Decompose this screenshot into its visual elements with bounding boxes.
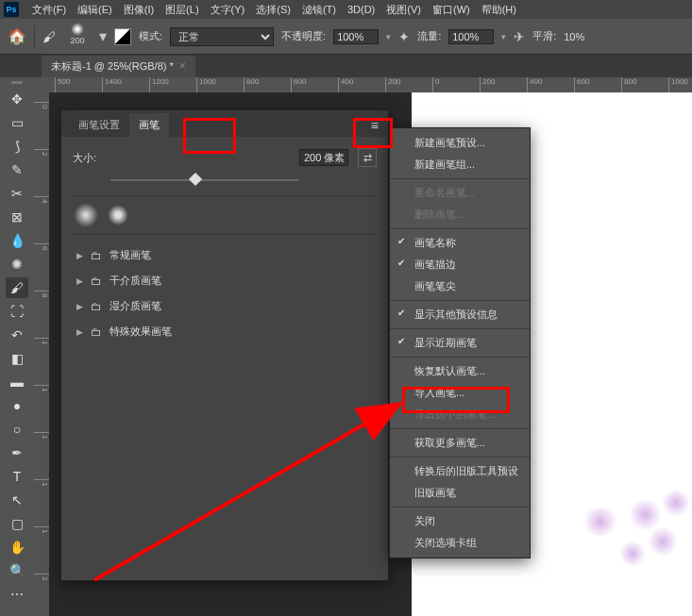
menu-filter[interactable]: 滤镜(T): [296, 3, 342, 17]
opacity-input[interactable]: [333, 29, 379, 44]
menu-show-other[interactable]: ✔显示其他预设信息: [390, 304, 530, 325]
mode-select[interactable]: 正常: [170, 27, 274, 46]
size-slider[interactable]: [110, 175, 299, 186]
pen-tool[interactable]: ✒: [6, 442, 28, 463]
menu-brush-name[interactable]: ✔画笔名称: [390, 232, 530, 254]
menu-file[interactable]: 文件(F): [26, 3, 72, 17]
brush-preview-thumb[interactable]: [105, 202, 131, 228]
size-input[interactable]: [299, 149, 348, 166]
ruler-tick: 1: [34, 385, 49, 391]
brush-panel: 画笔设置 画笔 ≡ 大小: ⇄ ▶🗀常规画笔 ▶🗀干介质画笔 ▶🗀湿介质画笔 ▶…: [60, 109, 389, 581]
check-icon: ✔: [397, 258, 405, 268]
ruler-tick: 4: [34, 196, 49, 203]
ruler-tick: 800: [621, 77, 636, 92]
ruler-tick: 6: [34, 243, 49, 250]
ruler-corner: [34, 77, 49, 92]
gradient-tool[interactable]: ▬: [6, 372, 28, 392]
brush-folder[interactable]: ▶🗀常规画笔: [73, 242, 377, 268]
frame-tool[interactable]: ⊠: [6, 207, 28, 227]
eraser-tool[interactable]: ◧: [6, 348, 28, 369]
ruler-tick: 1: [34, 432, 49, 439]
hand-tool[interactable]: ✋: [6, 537, 28, 558]
crop-tool[interactable]: ✂: [6, 183, 28, 204]
menu-edit[interactable]: 编辑(E): [72, 3, 118, 17]
separator: [390, 228, 530, 229]
brush-folder[interactable]: ▶🗀特殊效果画笔: [73, 319, 377, 344]
menu-convert-legacy[interactable]: 转换后的旧版工具预设: [390, 460, 530, 482]
tab-brush-settings[interactable]: 画笔设置: [69, 113, 129, 137]
menu-select[interactable]: 选择(S): [250, 3, 296, 17]
menu-restore-default[interactable]: 恢复默认画笔...: [390, 360, 530, 382]
tab-brush[interactable]: 画笔: [129, 113, 169, 137]
rectangle-tool[interactable]: ▢: [6, 513, 28, 534]
menu-close[interactable]: 关闭: [390, 510, 530, 532]
history-brush-tool[interactable]: ↶: [6, 325, 28, 345]
eyedropper-tool[interactable]: 💧: [6, 230, 28, 251]
menu-view[interactable]: 视图(V): [380, 3, 427, 17]
airbrush-icon[interactable]: ✈: [514, 29, 525, 44]
menu-new-group[interactable]: 新建画笔组...: [390, 154, 530, 175]
check-icon: ✔: [397, 336, 405, 346]
menu-layer[interactable]: 图层(L): [160, 3, 204, 17]
menu-help[interactable]: 帮助(H): [476, 3, 522, 17]
folder-icon: 🗀: [91, 300, 102, 313]
type-tool[interactable]: T: [6, 466, 28, 487]
separator: [390, 328, 530, 329]
menu-type[interactable]: 文字(Y): [205, 3, 251, 17]
path-select-tool[interactable]: ↖: [6, 490, 28, 510]
panel-menu-icon[interactable]: ≡: [367, 116, 382, 135]
brush-tool-icon[interactable]: 🖌: [42, 29, 56, 44]
swap-icon[interactable]: [114, 28, 131, 45]
menu-3d[interactable]: 3D(D): [342, 4, 380, 15]
more-tools[interactable]: ⋯: [6, 584, 28, 605]
folder-label: 湿介质画笔: [110, 299, 161, 313]
menu-legacy[interactable]: 旧版画笔: [390, 482, 530, 504]
menu-brush-tip[interactable]: 画笔笔尖: [390, 275, 530, 297]
chevron-down-icon[interactable]: ▾: [501, 32, 506, 42]
document-tab[interactable]: 未标题-1 @ 25%(RGB/8) * ×: [42, 56, 195, 77]
ruler-tick: 0: [432, 77, 439, 92]
brush-preview-thumb[interactable]: [73, 202, 99, 228]
brush-preview[interactable]: 200: [63, 23, 92, 51]
menu-window[interactable]: 窗口(W): [427, 3, 476, 17]
ruler-tick: 400: [527, 77, 542, 92]
menu-get-more[interactable]: 获取更多画笔...: [390, 432, 530, 454]
healing-tool[interactable]: ✺: [6, 254, 28, 275]
folder-icon: 🗀: [91, 275, 102, 288]
brush-panel-toggle-icon[interactable]: ▾: [99, 27, 107, 45]
separator: [390, 178, 530, 179]
lasso-tool[interactable]: ⟆: [6, 136, 28, 157]
close-icon[interactable]: ×: [179, 59, 186, 73]
menu-close-group[interactable]: 关闭选项卡组: [390, 532, 530, 554]
dodge-tool[interactable]: ○: [6, 419, 28, 440]
ruler-vertical: 0 2 4 6 8 1 1 1 1 1 2 2: [34, 92, 49, 616]
menu-new-preset[interactable]: 新建画笔预设...: [390, 132, 530, 154]
ruler-tick: 600: [574, 77, 589, 92]
brush-strokes: [582, 489, 692, 564]
zoom-tool[interactable]: 🔍: [6, 560, 28, 581]
toolbox: ✥ ▭ ⟆ ✎ ✂ ⊠ 💧 ✺ 🖌 ⛶ ↶ ◧ ▬ ● ○ ✒ T ↖ ▢ ✋ …: [0, 77, 34, 616]
flip-icon[interactable]: ⇄: [358, 148, 377, 167]
chevron-down-icon[interactable]: ▾: [386, 32, 391, 42]
brush-folder[interactable]: ▶🗀干介质画笔: [73, 268, 377, 293]
flow-input[interactable]: [448, 29, 494, 44]
move-tool[interactable]: ✥: [6, 89, 28, 109]
quick-select-tool[interactable]: ✎: [6, 159, 28, 180]
menu-rename: 重命名画笔...: [390, 182, 530, 204]
stamp-tool[interactable]: ⛶: [6, 301, 28, 322]
ruler-tick: 1200: [149, 77, 169, 92]
home-icon[interactable]: 🏠: [8, 27, 26, 45]
menu-import-brushes[interactable]: 导入画笔...: [390, 382, 530, 404]
toolbox-handle[interactable]: [11, 81, 23, 84]
blur-tool[interactable]: ●: [6, 395, 28, 416]
menu-image[interactable]: 图像(I): [118, 3, 160, 17]
marquee-tool[interactable]: ▭: [6, 112, 28, 133]
ruler-tick: 400: [338, 77, 353, 92]
brush-folder[interactable]: ▶🗀湿介质画笔: [73, 293, 377, 319]
brush-tool[interactable]: 🖌: [6, 277, 28, 298]
menu-brush-stroke[interactable]: ✔画笔描边: [390, 254, 530, 275]
mode-label: 模式:: [139, 29, 162, 43]
pressure-opacity-icon[interactable]: ✦: [398, 29, 410, 44]
menu-show-recent[interactable]: ✔显示近期画笔: [390, 332, 530, 354]
separator: [390, 507, 530, 508]
